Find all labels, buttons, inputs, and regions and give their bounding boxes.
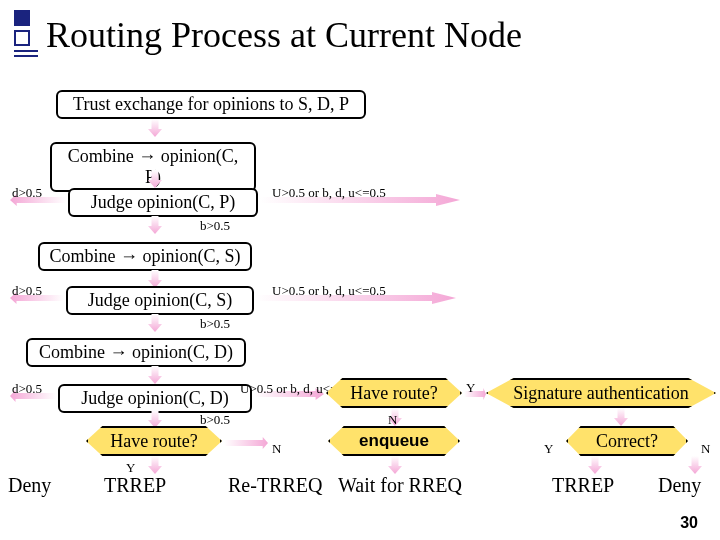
edge-label-u: U>0.5 or b, d, u<=0.5 xyxy=(272,283,386,299)
decision-have-route-2: Have route? xyxy=(86,426,222,456)
edge-label-y: Y xyxy=(466,380,475,396)
edge-label-d: d>0.5 xyxy=(12,185,42,201)
edge-label-b: b>0.5 xyxy=(200,218,230,234)
decision-signature-auth: Signature authentication xyxy=(486,378,716,408)
edge-label-d: d>0.5 xyxy=(12,283,42,299)
box-judge-cd: Judge opinion(C, D) xyxy=(58,384,252,413)
arrow-down-icon xyxy=(148,314,162,332)
terminal-wait: Wait for RREQ xyxy=(338,474,462,497)
arrow-down-icon xyxy=(588,456,602,474)
arrow-down-icon xyxy=(148,216,162,234)
terminal-deny: Deny xyxy=(658,474,701,497)
decision-label: Correct? xyxy=(590,431,664,452)
edge-label-n: N xyxy=(272,441,281,457)
box-judge-cp: Judge opinion(C, P) xyxy=(68,188,258,217)
arrow-down-icon xyxy=(148,456,162,474)
page-title: Routing Process at Current Node xyxy=(46,14,522,56)
terminal-trrep: TRREP xyxy=(552,474,614,497)
box-label: enqueue xyxy=(359,431,429,451)
edge-label-b: b>0.5 xyxy=(200,316,230,332)
arrow-down-icon xyxy=(688,456,702,474)
terminal-deny: Deny xyxy=(8,474,51,497)
edge-label-u: U>0.5 or b, d, u<=0.5 xyxy=(272,185,386,201)
box-enqueue: enqueue xyxy=(328,426,460,456)
box-combine-cd: Combine → opinion(C, D) xyxy=(26,338,246,367)
arrow-down-icon xyxy=(388,456,402,474)
decision-label: Signature authentication xyxy=(507,383,694,404)
decision-have-route: Have route? xyxy=(326,378,462,408)
terminal-trrep: TRREP xyxy=(104,474,166,497)
box-trust-exchange: Trust exchange for opinions to S, D, P xyxy=(56,90,366,119)
terminal-retrreq: Re-TRREQ xyxy=(228,474,322,497)
box-combine-cs: Combine → opinion(C, S) xyxy=(38,242,252,271)
decision-label: Have route? xyxy=(104,431,203,452)
edge-label-y: Y xyxy=(544,441,553,457)
arrow-down-icon xyxy=(614,408,628,426)
edge-label-n: N xyxy=(701,441,710,457)
arrow-right-icon xyxy=(224,437,268,449)
page-number: 30 xyxy=(680,514,698,532)
decision-label: Have route? xyxy=(344,383,443,404)
arrow-down-icon xyxy=(148,366,162,384)
slide-bullet-ornament xyxy=(14,10,42,60)
decision-correct: Correct? xyxy=(566,426,688,456)
box-judge-cs: Judge opinion(C, S) xyxy=(66,286,254,315)
edge-label-d: d>0.5 xyxy=(12,381,42,397)
arrow-down-icon xyxy=(148,119,162,137)
